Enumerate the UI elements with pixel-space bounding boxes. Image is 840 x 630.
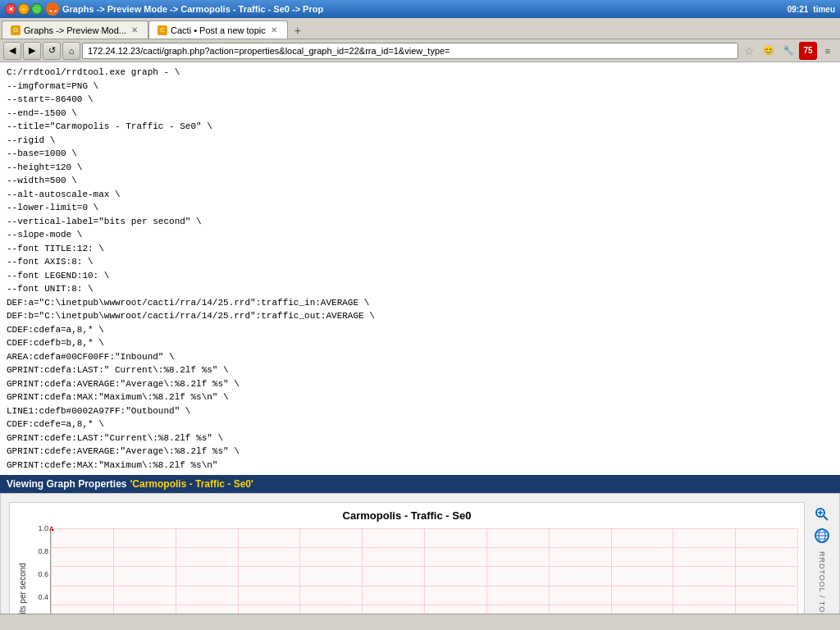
code-line: --rigid \ <box>7 134 833 148</box>
graph-properties-label: Viewing Graph Properties <box>7 478 126 490</box>
home-button[interactable]: ⌂ <box>62 42 80 60</box>
address-bar[interactable] <box>82 43 738 59</box>
status-bar <box>0 614 840 630</box>
tab-cacti[interactable]: C Cacti • Post a new topic ✕ <box>148 21 288 39</box>
tab-label-cacti: Cacti • Post a new topic <box>171 25 266 35</box>
navigation-bar: ◀ ▶ ↺ ⌂ ☆ 😊 🔧 75 ≡ <box>0 39 840 62</box>
code-line: --slope-mode \ <box>7 228 833 242</box>
minimize-button[interactable]: − <box>18 3 30 15</box>
close-button[interactable]: ✕ <box>5 3 16 15</box>
graph-name-label: 'Carmopolis - Traffic - Se0' <box>130 478 253 490</box>
code-line: DEF:a="C:\inetpub\wwwroot/cacti/rra/14/2… <box>7 296 833 310</box>
tab-label-preview: Graphs -> Preview Mod... <box>24 25 126 35</box>
tab-preview-mode[interactable]: G Graphs -> Preview Mod... ✕ <box>2 21 148 39</box>
rrd-code-block: C:/rrdtool/rrdtool.exe graph - \--imgfor… <box>0 62 840 475</box>
title-bar: ✕ − □ 🦊 Graphs -> Preview Mode -> Carmop… <box>0 0 840 18</box>
code-line: CDEF:cdefb=b,8,* \ <box>7 336 833 350</box>
code-line: --font LEGEND:10: \ <box>7 269 833 283</box>
user-name: timeu <box>813 5 835 14</box>
code-line: --font UNIT:8: \ <box>7 282 833 296</box>
code-line: GPRINT:cdefe:LAST:"Current\:%8.2lf %s" \ <box>7 431 833 445</box>
svg-line-1 <box>824 516 828 520</box>
graph-properties-header: Viewing Graph Properties 'Carmopolis - T… <box>0 475 840 493</box>
grid-v-line <box>611 528 612 614</box>
grid-v-line <box>735 528 736 614</box>
grid-v-line <box>362 528 363 614</box>
chart-inner-wrapper: ▶ ▲ 10:0012:0014:0016:0018:0020:0022:000… <box>50 528 797 614</box>
y-tick-label: 0.4 <box>38 593 48 601</box>
code-line: --title="Carmopolis - Traffic - Se0" \ <box>7 120 833 134</box>
nav-icon-4[interactable]: ≡ <box>819 42 837 60</box>
code-line: CDEF:cdefa=a,8,* \ <box>7 323 833 337</box>
back-button[interactable]: ◀ <box>3 42 21 60</box>
y-axis-label: bits per second <box>16 528 27 614</box>
code-line: DEF:b="C:\inetpub\wwwroot/cacti/rra/14/2… <box>7 309 833 323</box>
info-icon[interactable] <box>813 527 831 545</box>
grid-v-line <box>797 528 798 614</box>
nav-icon-3[interactable]: 75 <box>799 42 817 60</box>
tool-detailer-label: RRDTOOL / TOOL DETAILER <box>818 551 826 614</box>
graph-section: Carmopolis - Traffic - Se0 bits per seco… <box>0 493 840 614</box>
tab-close-cacti[interactable]: ✕ <box>269 25 279 35</box>
y-axis-ticks: 1.00.80.60.40.20.0 <box>27 528 50 614</box>
tab-bar: G Graphs -> Preview Mod... ✕ C Cacti • P… <box>0 18 840 39</box>
browser-icon: 🦊 <box>46 2 59 16</box>
bookmark-button[interactable]: ☆ <box>740 42 758 60</box>
chart-plot: ▶ ▲ <box>50 528 797 614</box>
code-line: --height=120 \ <box>7 161 833 175</box>
code-line: --font TITLE:12: \ <box>7 242 833 256</box>
code-line: GPRINT:cdefa:MAX:"Maximum\:%8.2lf %s\n" … <box>7 390 833 404</box>
code-line: --imgformat=PNG \ <box>7 80 833 94</box>
grid-v-line <box>549 528 550 614</box>
nav-icon-2[interactable]: 🔧 <box>779 42 797 60</box>
forward-button[interactable]: ▶ <box>23 42 41 60</box>
tab-close-preview[interactable]: ✕ <box>130 25 139 35</box>
y-tick-label: 0.8 <box>38 547 48 555</box>
tab-favicon-preview: G <box>11 25 21 35</box>
grid-v-line <box>299 528 300 614</box>
code-line: --width=500 \ <box>7 174 833 188</box>
code-line: --start=-86400 \ <box>7 93 833 107</box>
grid-v-line <box>176 528 176 614</box>
graph-title: Carmopolis - Traffic - Se0 <box>16 509 797 522</box>
y-tick-label: 0.6 <box>38 570 48 578</box>
code-line: --end=-1500 \ <box>7 107 833 121</box>
code-line: GPRINT:cdefe:MAX:"Maximum\:%8.2lf %s\n" <box>7 459 833 472</box>
chart-area: 1.00.80.60.40.20.0 ▶ ▲ 10:0012:0014:0016… <box>27 528 797 614</box>
grid-v-line <box>424 528 425 614</box>
side-icons: RRDTOOL / TOOL DETAILER <box>813 502 831 614</box>
code-line: --font AXIS:8: \ <box>7 255 833 269</box>
grid-v-line <box>238 528 239 614</box>
code-line: --vertical-label="bits per second" \ <box>7 215 833 229</box>
nav-icon-1[interactable]: 😊 <box>760 42 778 60</box>
code-line: --lower-limit=0 \ <box>7 201 833 215</box>
code-line: GPRINT:cdefa:AVERAGE:"Average\:%8.2lf %s… <box>7 377 833 391</box>
code-line: --base=1000 \ <box>7 147 833 161</box>
grid-v-line <box>673 528 673 614</box>
code-line: --alt-autoscale-max \ <box>7 188 833 202</box>
code-line: GPRINT:cdefa:LAST:" Current\:%8.2lf %s" … <box>7 363 833 377</box>
maximize-button[interactable]: □ <box>31 3 43 15</box>
code-line: AREA:cdefa#00CF00FF:"Inbound" \ <box>7 350 833 364</box>
grid-v-line <box>486 528 487 614</box>
magnify-icon[interactable] <box>813 505 831 523</box>
new-tab-button[interactable]: + <box>290 22 306 39</box>
grid-v-line <box>51 528 52 614</box>
window-title: Graphs -> Preview Mode -> Carmopolis - T… <box>62 4 323 14</box>
code-line: C:/rrdtool/rrdtool.exe graph - \ <box>7 66 833 80</box>
graph-container: Carmopolis - Traffic - Se0 bits per seco… <box>9 502 805 614</box>
code-line: LINE1:cdefb#0002A97FF:"Outbound" \ <box>7 404 833 418</box>
code-line: GPRINT:cdefe:AVERAGE:"Average\:%8.2lf %s… <box>7 445 833 459</box>
content-area[interactable]: C:/rrdtool/rrdtool.exe graph - \--imgfor… <box>0 62 840 614</box>
tab-favicon-cacti: C <box>158 25 167 35</box>
code-line: CDEF:cdefe=a,8,* \ <box>7 418 833 431</box>
reload-button[interactable]: ↺ <box>43 42 61 60</box>
system-time: 09:21 <box>788 5 809 14</box>
grid-v-line <box>113 528 114 614</box>
